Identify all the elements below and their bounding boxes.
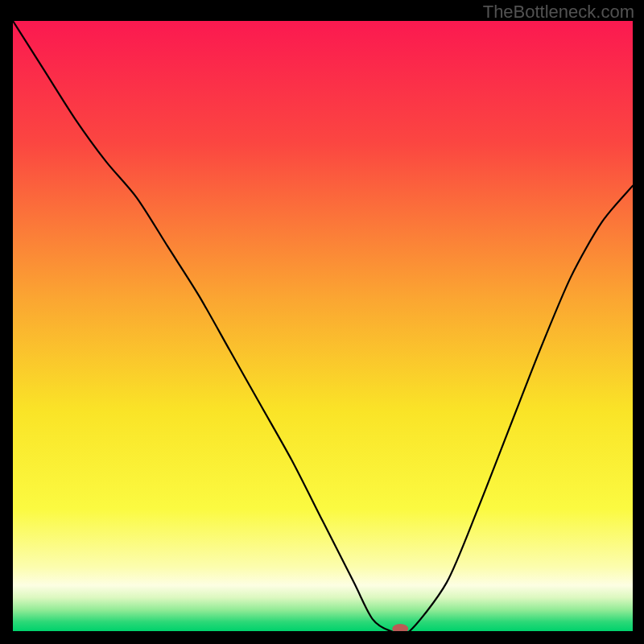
chart-frame — [13, 21, 633, 631]
chart-background — [13, 21, 633, 631]
app-root: TheBottleneck.com — [0, 0, 644, 644]
bottleneck-chart — [13, 21, 633, 631]
attribution-text: TheBottleneck.com — [483, 2, 634, 23]
